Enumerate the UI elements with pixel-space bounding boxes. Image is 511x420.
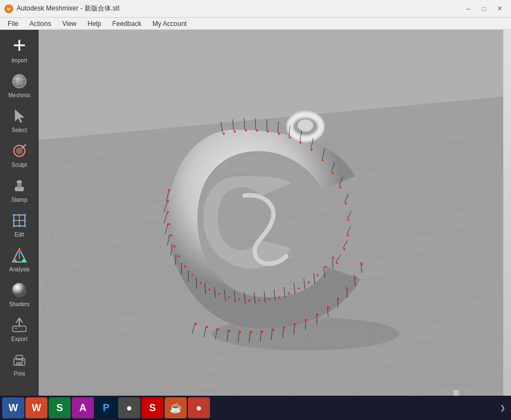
svg-point-173 (278, 133, 280, 135)
menu-item-file[interactable]: File (2, 19, 24, 29)
svg-point-129 (167, 211, 169, 213)
svg-text:M: M (7, 7, 10, 11)
sculpt-icon (9, 141, 29, 161)
sidebar-item-meshmix[interactable]: Meshmix (2, 68, 36, 102)
taskbar: WWSAP●S☕●❯ (0, 396, 511, 420)
export-icon (9, 315, 29, 335)
svg-point-155 (239, 331, 241, 333)
taskbar-chevron[interactable]: ❯ (498, 397, 508, 418)
svg-point-153 (217, 328, 219, 330)
maximize-button[interactable]: □ (477, 3, 491, 14)
svg-point-184 (336, 262, 338, 264)
svg-point-157 (261, 330, 264, 333)
menu-item-help[interactable]: Help (82, 19, 107, 29)
svg-point-161 (305, 319, 308, 321)
svg-marker-8 (15, 109, 24, 123)
taskbar-app-4[interactable]: P (95, 397, 117, 418)
close-button[interactable]: ✕ (492, 3, 507, 14)
svg-point-7 (13, 75, 26, 88)
select-label: Select (12, 127, 27, 133)
taskbar-app-1[interactable]: W (25, 397, 48, 418)
print-label: Print (14, 371, 25, 377)
edit-icon (9, 211, 29, 230)
stamp-icon (9, 176, 29, 196)
taskbar-app-5[interactable]: ● (118, 397, 140, 418)
taskbar-app-2[interactable]: S (49, 397, 71, 418)
svg-point-175 (299, 141, 302, 144)
svg-point-178 (331, 172, 334, 174)
menu-item-view[interactable]: View (57, 19, 82, 29)
svg-point-165 (346, 288, 349, 291)
stamp-label: Stamp (12, 197, 28, 203)
svg-point-32 (12, 283, 27, 297)
svg-point-181 (347, 219, 350, 221)
svg-point-167 (361, 263, 363, 265)
window-controls: ─ □ ✕ (461, 3, 507, 14)
sidebar-item-import[interactable]: Import (2, 33, 36, 67)
svg-point-180 (345, 202, 347, 204)
svg-point-10 (16, 148, 23, 154)
analysis-label: Analysis (9, 266, 29, 272)
sculpt-label: Sculpt (12, 162, 27, 168)
svg-point-143 (268, 298, 270, 301)
svg-point-158 (272, 329, 275, 331)
svg-point-21 (13, 225, 15, 227)
sidebar-item-edit[interactable]: Edit (2, 207, 36, 241)
right-app-strip (503, 30, 511, 396)
svg-point-151 (195, 323, 197, 325)
taskbar-app-6[interactable]: S (141, 397, 164, 418)
sidebar-item-stamp[interactable]: Stamp (2, 172, 36, 206)
svg-point-166 (354, 276, 356, 279)
svg-point-19 (13, 214, 15, 216)
svg-point-147 (308, 281, 310, 284)
edit-label: Edit (14, 232, 24, 238)
meshmix-label: Meshmix (8, 92, 30, 98)
svg-point-156 (250, 331, 252, 333)
svg-point-171 (256, 129, 258, 132)
menu-item-my account[interactable]: My Account (147, 19, 192, 29)
sidebar-item-export[interactable]: Export (2, 312, 36, 345)
export-label: Export (12, 336, 28, 342)
svg-point-24 (18, 225, 20, 227)
svg-point-140 (238, 298, 240, 301)
svg-point-169 (234, 130, 236, 133)
taskbar-app-8[interactable]: ● (188, 397, 210, 418)
svg-point-150 (332, 256, 334, 259)
svg-rect-38 (16, 355, 23, 360)
svg-point-146 (298, 287, 300, 290)
viewport[interactable]: k Emb (39, 30, 503, 396)
svg-point-149 (325, 266, 327, 268)
sidebar-item-analysis[interactable]: Analysis (2, 242, 36, 276)
svg-point-138 (218, 293, 220, 295)
sidebar-item-print[interactable]: Print (2, 347, 36, 380)
sidebar-item-select[interactable]: Select (2, 103, 36, 136)
svg-point-137 (208, 288, 210, 291)
svg-point-135 (191, 274, 193, 276)
taskbar-app-3[interactable]: A (72, 397, 94, 418)
svg-point-15 (17, 180, 22, 183)
svg-point-154 (228, 330, 230, 332)
svg-point-168 (223, 133, 225, 135)
svg-point-29 (13, 259, 17, 262)
svg-point-131 (170, 234, 172, 237)
minimize-button[interactable]: ─ (461, 3, 476, 14)
svg-point-174 (289, 136, 291, 139)
svg-point-22 (24, 225, 26, 227)
svg-point-128 (167, 200, 169, 202)
taskbar-app-7[interactable]: ☕ (165, 397, 187, 418)
import-icon (9, 36, 29, 56)
sidebar: Import Meshmix (0, 30, 39, 396)
svg-point-182 (347, 234, 349, 237)
taskbar-app-0[interactable]: W (2, 397, 24, 418)
menu-bar: FileActionsViewHelpFeedbackMy Account (0, 18, 511, 30)
svg-point-30 (22, 259, 25, 262)
import-label: Import (12, 57, 27, 64)
svg-point-152 (206, 326, 208, 328)
menu-item-actions[interactable]: Actions (24, 19, 56, 29)
sidebar-item-sculpt[interactable]: Sculpt (2, 138, 36, 171)
svg-point-148 (317, 274, 319, 276)
meshmix-icon (9, 71, 29, 91)
menu-item-feedback[interactable]: Feedback (107, 19, 147, 29)
sidebar-item-shaders[interactable]: Shaders (2, 277, 36, 311)
svg-rect-37 (16, 362, 23, 365)
